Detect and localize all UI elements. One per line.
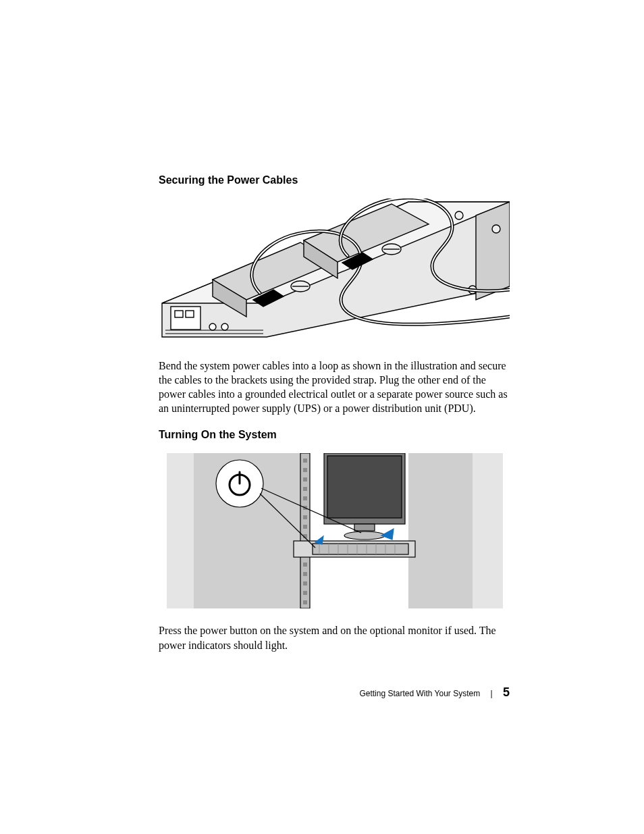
svg-rect-9 [175, 311, 183, 317]
svg-rect-44 [303, 591, 307, 595]
illustration-turning-on [159, 453, 510, 608]
svg-rect-51 [313, 544, 408, 554]
svg-rect-33 [303, 487, 307, 491]
body-text-turning-on: Press the power button on the system and… [159, 623, 510, 652]
svg-rect-45 [303, 600, 307, 604]
svg-rect-42 [303, 572, 307, 576]
svg-rect-47 [327, 456, 402, 518]
svg-rect-25 [167, 453, 194, 608]
svg-rect-26 [473, 453, 503, 608]
svg-rect-30 [303, 459, 307, 463]
svg-rect-43 [303, 581, 307, 585]
svg-point-49 [344, 531, 385, 540]
svg-point-7 [209, 323, 216, 330]
svg-point-20 [492, 225, 500, 233]
illustration-power-cables [159, 199, 510, 344]
svg-rect-48 [354, 524, 375, 531]
svg-rect-34 [303, 496, 307, 500]
body-text-securing: Bend the system power cables into a loop… [159, 359, 510, 415]
footer-separator: | [491, 689, 493, 698]
svg-point-19 [455, 211, 463, 219]
svg-marker-3 [476, 202, 510, 300]
svg-rect-6 [171, 307, 200, 330]
page-footer: Getting Started With Your System | 5 [159, 685, 510, 700]
section-heading-securing: Securing the Power Cables [159, 174, 510, 186]
svg-rect-41 [303, 563, 307, 567]
svg-rect-28 [408, 453, 473, 608]
section-heading-turning-on: Turning On the System [159, 429, 510, 441]
page-number: 5 [503, 685, 510, 699]
svg-rect-36 [303, 515, 307, 519]
svg-rect-31 [303, 468, 307, 472]
svg-rect-10 [186, 311, 194, 317]
footer-section-title: Getting Started With Your System [359, 689, 480, 698]
svg-rect-32 [303, 477, 307, 481]
svg-point-8 [221, 323, 228, 330]
svg-rect-37 [303, 525, 307, 529]
